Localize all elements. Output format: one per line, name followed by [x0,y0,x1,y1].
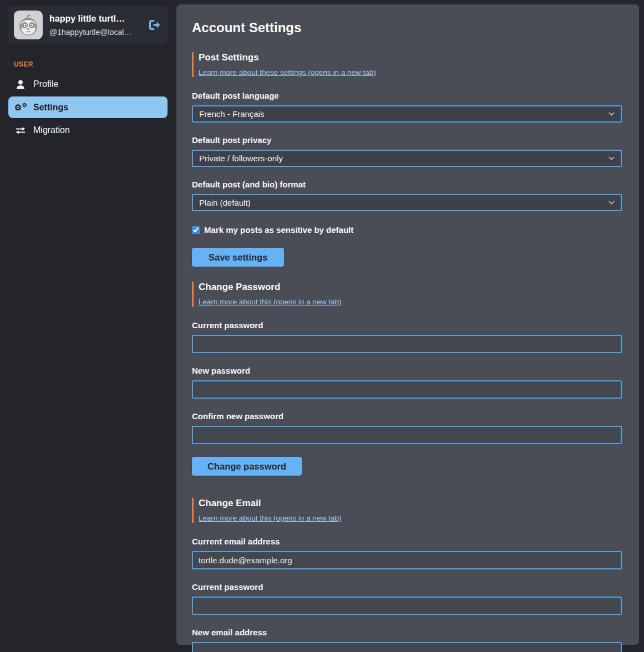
current-password-field: Current password [192,320,622,353]
section-spacer [192,491,622,498]
sensitive-default-checkbox[interactable] [192,226,200,234]
page-title: Account Settings [192,20,622,35]
sidebar-divider [8,53,168,53]
current-email-input[interactable] [192,551,622,569]
transfer-arrows-icon [15,127,26,134]
confirm-new-password-field: Confirm new password [192,411,622,444]
user-handle: @1happyturtle@local… [49,28,141,37]
sensitive-default-label: Mark my posts as sensitive by default [204,225,353,235]
gears-icon: ⚙⚙ [15,102,26,113]
sidebar-item-migration[interactable]: Migration [8,120,168,141]
sloth-avatar [14,11,43,39]
change-password-learn-more-link[interactable]: Learn more about this (opens in a new ta… [199,298,341,306]
field-label: New email address [192,628,622,637]
save-settings-button[interactable]: Save settings [192,248,284,267]
confirm-new-password-input[interactable] [192,426,622,444]
account-settings-panel: Account Settings Post Settings Learn mor… [176,4,639,645]
field-label: Current password [192,320,622,330]
sign-out-icon [148,19,161,30]
post-settings-header: Post Settings Learn more about these set… [192,52,622,77]
new-password-input[interactable] [192,380,622,399]
post-settings-section: Post Settings Learn more about these set… [192,52,622,267]
chevron-down-icon [608,156,615,160]
sensitive-default-row: Mark my posts as sensitive by default [192,225,622,235]
select-value: Private / followers-only [199,154,283,163]
change-email-section: Change Email Learn more about this (open… [192,498,622,652]
default-post-language-field: Default post language French - Français [192,91,622,123]
sidebar-item-label: Settings [33,103,68,113]
new-email-input[interactable] [192,642,622,652]
field-label: Current password [192,582,622,592]
default-post-format-select[interactable]: Plain (default) [192,194,622,211]
sidebar-item-settings[interactable]: ⚙⚙ Settings [8,96,168,118]
default-post-privacy-field: Default post privacy Private / followers… [192,135,622,167]
section-title: Change Email [199,498,622,509]
user-icon [15,80,26,89]
post-settings-learn-more-link[interactable]: Learn more about these settings (opens i… [199,68,376,77]
section-spacer [192,267,622,282]
field-label: Current email address [192,537,622,546]
field-label: Confirm new password [192,411,622,421]
chevron-down-icon [608,201,615,205]
current-password-input[interactable] [192,335,622,353]
field-label: New password [192,366,622,375]
field-label: Default post (and bio) format [192,180,622,189]
current-email-field: Current email address [192,537,622,569]
chevron-down-icon [608,112,615,116]
change-password-section: Change Password Learn more about this (o… [192,282,622,476]
nav-section-label: USER [14,60,168,68]
section-title: Change Password [199,282,622,293]
field-label: Default post language [192,91,622,100]
new-email-field: New email address [192,628,622,652]
app-layout: happy little turtl… @1happyturtle@local…… [0,0,644,652]
display-name: happy little turtl… [49,14,141,24]
sidebar: happy little turtl… @1happyturtle@local…… [0,0,176,652]
email-current-password-field: Current password [192,582,622,615]
change-password-button[interactable]: Change password [192,457,302,476]
change-email-header: Change Email Learn more about this (open… [192,498,622,523]
sidebar-item-label: Migration [33,125,70,135]
user-names: happy little turtl… @1happyturtle@local… [49,14,141,37]
user-card: happy little turtl… @1happyturtle@local… [8,6,168,44]
section-spacer [192,476,622,491]
change-password-header: Change Password Learn more about this (o… [192,282,622,307]
logout-button[interactable] [148,19,161,30]
default-post-language-select[interactable]: French - Français [192,105,622,123]
select-value: Plain (default) [199,198,251,207]
section-title: Post Settings [199,52,622,63]
field-label: Default post privacy [192,135,622,145]
default-post-privacy-select[interactable]: Private / followers-only [192,150,622,167]
sidebar-item-label: Profile [33,79,58,89]
new-password-field: New password [192,366,622,399]
select-value: French - Français [199,109,265,119]
default-post-format-field: Default post (and bio) format Plain (def… [192,180,622,211]
change-email-learn-more-link[interactable]: Learn more about this (opens in a new ta… [199,514,341,522]
sidebar-item-profile[interactable]: Profile [8,74,168,95]
email-current-password-input[interactable] [192,597,622,615]
